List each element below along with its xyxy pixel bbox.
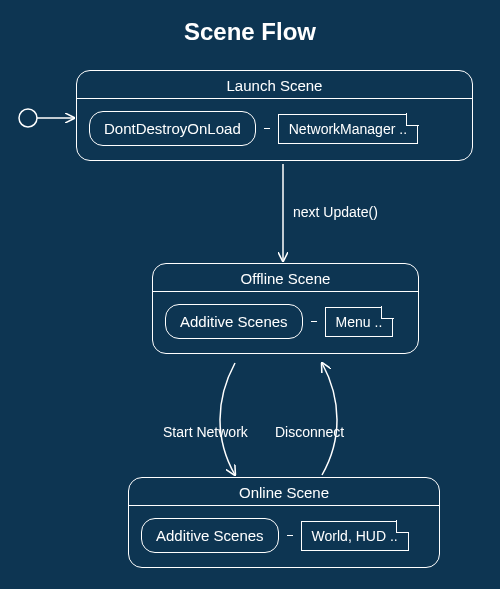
edge-label-disconnect: Disconnect (275, 424, 344, 440)
online-scene-header: Online Scene (129, 478, 439, 506)
edge-label-next-update: next Update() (293, 204, 378, 220)
online-note: World, HUD .. (301, 521, 409, 551)
online-inner-bubble: Additive Scenes (141, 518, 279, 553)
offline-scene-header: Offline Scene (153, 264, 418, 292)
offline-scene-box: Offline Scene Additive Scenes Menu .. (152, 263, 419, 354)
offline-note: Menu .. (325, 307, 394, 337)
connector (287, 535, 293, 537)
launch-note: NetworkManager .. (278, 114, 418, 144)
launch-scene-header: Launch Scene (77, 71, 472, 99)
offline-inner-bubble: Additive Scenes (165, 304, 303, 339)
online-scene-box: Online Scene Additive Scenes World, HUD … (128, 477, 440, 568)
connector (311, 321, 317, 323)
svg-point-0 (19, 109, 37, 127)
launch-scene-box: Launch Scene DontDestroyOnLoad NetworkMa… (76, 70, 473, 161)
edge-label-start-network: Start Network (163, 424, 248, 440)
connector (264, 128, 270, 130)
launch-inner-bubble: DontDestroyOnLoad (89, 111, 256, 146)
